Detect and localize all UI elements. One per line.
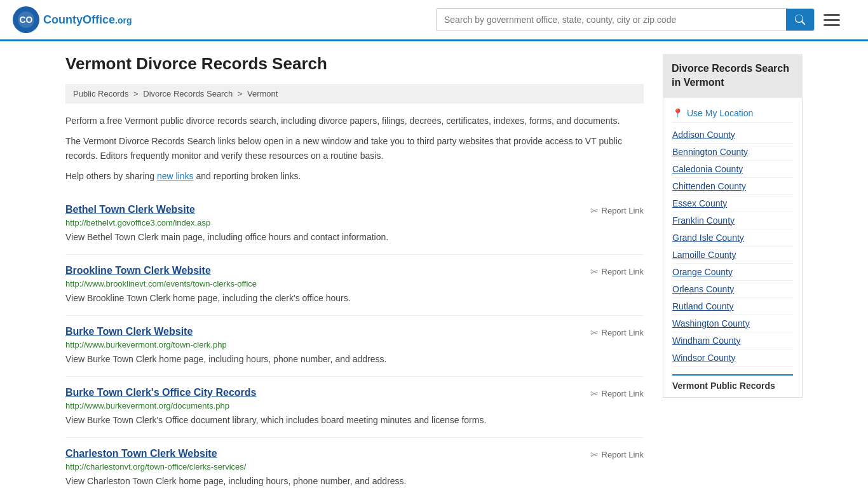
result-desc: View Burke Town Clerk's Office document …: [65, 414, 644, 427]
result-item: Burke Town Clerk Website ✂ Report Link h…: [65, 316, 644, 377]
breadcrumb-link-public-records[interactable]: Public Records: [73, 89, 128, 98]
main-container: Vermont Divorce Records Search Public Re…: [53, 41, 815, 488]
scissors-icon: ✂: [590, 388, 599, 400]
menu-line: [824, 19, 840, 21]
logo-icon: CO: [13, 6, 39, 33]
breadcrumb-separator: >: [238, 89, 245, 98]
result-url: http://charlestonvt.org/town-office/cler…: [65, 462, 644, 471]
report-link[interactable]: ✂ Report Link: [590, 204, 644, 217]
breadcrumb-separator: >: [133, 89, 140, 98]
result-desc: View Charleston Town Clerk home page, in…: [65, 475, 644, 488]
sidebar-county-chittenden[interactable]: Chittenden County: [672, 178, 793, 195]
result-desc: View Bethel Town Clerk main page, includ…: [65, 231, 644, 244]
sidebar-bottom-heading: Vermont Public Records: [672, 381, 775, 391]
logo-area: CO CountyOffice.org: [13, 6, 132, 33]
result-desc: View Brookline Town Clerk home page, inc…: [65, 292, 644, 305]
sidebar-title: Divorce Records Search in Vermont: [663, 54, 803, 98]
result-url: http://bethelvt.govoffice3.com/index.asp: [65, 218, 644, 227]
sidebar-county-orleans[interactable]: Orleans County: [672, 281, 793, 298]
result-desc: View Burke Town Clerk home page, includi…: [65, 353, 644, 366]
logo-domain: .org: [115, 15, 132, 25]
report-link[interactable]: ✂ Report Link: [590, 265, 644, 278]
sidebar-county-essex[interactable]: Essex County: [672, 195, 793, 212]
page-title: Vermont Divorce Records Search: [65, 54, 644, 74]
svg-text:CO: CO: [20, 15, 33, 25]
report-link[interactable]: ✂ Report Link: [590, 448, 644, 461]
sidebar-county-windham[interactable]: Windham County: [672, 332, 793, 349]
sidebar-county-bennington[interactable]: Bennington County: [672, 144, 793, 161]
sidebar: Divorce Records Search in Vermont 📍 Use …: [663, 54, 803, 488]
result-url: http://www.brooklinevt.com/events/town-c…: [65, 279, 644, 288]
result-title[interactable]: Charleston Town Clerk Website: [65, 448, 217, 459]
breadcrumb: Public Records > Divorce Records Search …: [65, 84, 644, 104]
sidebar-content: 📍 Use My Location Addison County Benning…: [663, 98, 803, 398]
scissors-icon: ✂: [590, 327, 599, 339]
sidebar-county-addison[interactable]: Addison County: [672, 126, 793, 144]
result-item: Burke Town Clerk's Office City Records ✂…: [65, 377, 644, 438]
sidebar-county-franklin[interactable]: Franklin County: [672, 212, 793, 229]
header: CO CountyOffice.org: [0, 0, 868, 41]
report-label: Report Link: [602, 389, 644, 398]
result-url: http://www.burkevermont.org/documents.ph…: [65, 401, 644, 410]
report-label: Report Link: [602, 328, 644, 337]
new-links-link[interactable]: new links: [157, 171, 194, 181]
use-my-location-link[interactable]: Use My Location: [687, 108, 753, 118]
search-input[interactable]: [437, 10, 786, 30]
sidebar-county-rutland[interactable]: Rutland County: [672, 298, 793, 315]
result-url: http://www.burkevermont.org/town-clerk.p…: [65, 340, 644, 349]
report-link[interactable]: ✂ Report Link: [590, 326, 644, 339]
report-label: Report Link: [602, 450, 644, 459]
result-header: Burke Town Clerk Website ✂ Report Link: [65, 326, 644, 340]
result-item: Brookline Town Clerk Website ✂ Report Li…: [65, 255, 644, 316]
report-link[interactable]: ✂ Report Link: [590, 387, 644, 400]
result-item: Charleston Town Clerk Website ✂ Report L…: [65, 438, 644, 488]
pin-icon: 📍: [672, 108, 683, 118]
desc3-suffix: and reporting broken links.: [194, 171, 301, 181]
results-list: Bethel Town Clerk Website ✂ Report Link …: [65, 194, 644, 488]
description-p1: Perform a free Vermont public divorce re…: [65, 114, 644, 128]
result-title[interactable]: Brookline Town Clerk Website: [65, 265, 211, 276]
report-label: Report Link: [602, 206, 644, 215]
sidebar-county-grand-isle[interactable]: Grand Isle County: [672, 229, 793, 247]
scissors-icon: ✂: [590, 205, 599, 217]
search-button[interactable]: [786, 9, 814, 30]
logo-name: CountyOffice: [43, 13, 115, 26]
use-my-location[interactable]: 📍 Use My Location: [672, 104, 793, 123]
sidebar-county-orange[interactable]: Orange County: [672, 264, 793, 281]
menu-button[interactable]: [821, 11, 843, 29]
desc3-prefix: Help others by sharing: [65, 171, 157, 181]
sidebar-county-caledonia[interactable]: Caledonia County: [672, 161, 793, 178]
result-header: Bethel Town Clerk Website ✂ Report Link: [65, 204, 644, 218]
sidebar-county-lamoille[interactable]: Lamoille County: [672, 247, 793, 264]
result-header: Burke Town Clerk's Office City Records ✂…: [65, 387, 644, 401]
search-icon: [795, 15, 805, 25]
result-header: Brookline Town Clerk Website ✂ Report Li…: [65, 265, 644, 279]
sidebar-county-windsor[interactable]: Windsor County: [672, 349, 793, 367]
breadcrumb-link-vermont[interactable]: Vermont: [247, 89, 278, 98]
logo-text: CountyOffice.org: [43, 13, 132, 27]
search-box: [436, 8, 815, 31]
result-header: Charleston Town Clerk Website ✂ Report L…: [65, 448, 644, 462]
breadcrumb-link-divorce[interactable]: Divorce Records Search: [143, 89, 233, 98]
scissors-icon: ✂: [590, 266, 599, 278]
sidebar-county-washington[interactable]: Washington County: [672, 315, 793, 332]
description-p2: The Vermont Divorce Records Search links…: [65, 134, 644, 163]
result-item: Bethel Town Clerk Website ✂ Report Link …: [65, 194, 644, 255]
description-p3: Help others by sharing new links and rep…: [65, 169, 644, 183]
search-area: [436, 8, 843, 31]
result-title[interactable]: Bethel Town Clerk Website: [65, 204, 195, 215]
result-title[interactable]: Burke Town Clerk's Office City Records: [65, 387, 256, 398]
report-label: Report Link: [602, 267, 644, 276]
description: Perform a free Vermont public divorce re…: [65, 114, 644, 184]
menu-line: [824, 24, 840, 26]
result-title[interactable]: Burke Town Clerk Website: [65, 326, 193, 337]
content: Vermont Divorce Records Search Public Re…: [65, 54, 644, 488]
menu-line: [824, 14, 840, 16]
scissors-icon: ✂: [590, 449, 599, 461]
